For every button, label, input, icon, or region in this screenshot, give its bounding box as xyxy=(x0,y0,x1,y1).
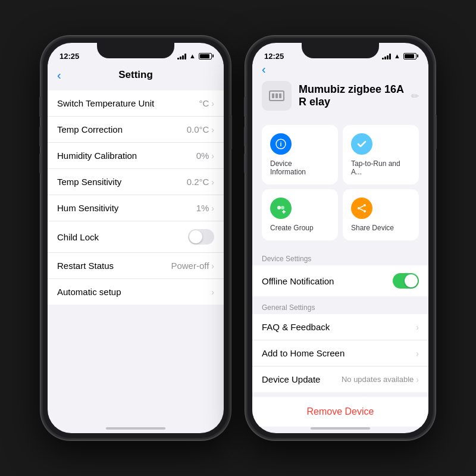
device-header: Mumubiz zigbee 16A R elay ✏ xyxy=(252,74,428,118)
svg-point-6 xyxy=(277,206,281,209)
tap-to-run-icon xyxy=(351,133,372,155)
phone1-screen: 12:25 ▲ ‹ Setting xyxy=(48,43,224,433)
svg-text:i: i xyxy=(280,140,281,148)
setting-value-7: › xyxy=(211,287,214,297)
phone2: 12:25 ▲ ‹ xyxy=(245,36,436,440)
setting-row-temp-sensitivity[interactable]: Temp Sensitivity 0.2°C › xyxy=(48,169,224,195)
status-icons: ▲ xyxy=(177,52,212,60)
remove-device-button[interactable]: Remove Device xyxy=(252,397,428,427)
status-icons-2: ▲ xyxy=(382,52,416,60)
device-icon xyxy=(262,81,292,111)
setting-label-1: Temp Correction xyxy=(57,124,123,134)
home-indicator xyxy=(106,427,165,430)
chevron-icon-7: › xyxy=(211,287,214,297)
svg-point-12 xyxy=(364,210,366,212)
child-lock-toggle[interactable] xyxy=(188,229,214,245)
svg-point-11 xyxy=(358,207,360,209)
device-info-icon: i xyxy=(270,133,292,155)
setting-row-hum-sensitivity[interactable]: Hum Sensitivity 1% › xyxy=(48,195,224,221)
phone2-screen: 12:25 ▲ ‹ xyxy=(252,43,428,433)
chevron-home: › xyxy=(416,349,419,358)
svg-rect-1 xyxy=(272,93,274,98)
action-label-3: Share Device xyxy=(351,224,394,232)
chevron-icon-3: › xyxy=(211,177,214,187)
wifi-icon-2: ▲ xyxy=(394,52,400,60)
signal-icon xyxy=(177,53,186,60)
svg-point-10 xyxy=(364,204,366,206)
action-grid: i Device Information Tap-to-Run and A... xyxy=(252,118,428,248)
update-value: No updates available › xyxy=(342,375,419,384)
action-device-info[interactable]: i Device Information xyxy=(262,125,338,184)
signal-icon-2 xyxy=(382,53,391,60)
wifi-icon: ▲ xyxy=(189,52,196,60)
device-settings-list: Offline Notification xyxy=(252,265,428,296)
faq-label: FAQ & Feedback xyxy=(262,322,330,332)
status-time: 12:25 xyxy=(60,52,79,61)
setting-row-faq[interactable]: FAQ & Feedback › xyxy=(252,314,428,340)
setting-row-switch-temp[interactable]: Switch Temperature Unit °C › xyxy=(48,90,224,117)
setting-row-restart-status[interactable]: Restart Status Power-off › xyxy=(48,253,224,279)
chevron-icon-4: › xyxy=(211,203,214,213)
action-label-2: Create Group xyxy=(270,224,314,232)
phone1: 12:25 ▲ ‹ Setting xyxy=(40,36,231,440)
setting-label-3: Temp Sensitivity xyxy=(57,177,121,187)
setting-label-6: Restart Status xyxy=(57,261,114,271)
chevron-icon-2: › xyxy=(211,151,214,161)
svg-rect-2 xyxy=(275,93,278,98)
notch xyxy=(97,43,174,58)
setting-label-5: Child Lock xyxy=(57,232,99,242)
svg-line-13 xyxy=(360,206,364,208)
general-settings-list: FAQ & Feedback › Add to Home Screen › De… xyxy=(252,314,428,392)
status-time-2: 12:25 xyxy=(264,52,284,61)
add-home-label: Add to Home Screen xyxy=(262,348,345,358)
offline-toggle[interactable] xyxy=(393,273,419,289)
setting-label-7: Automatic setup xyxy=(57,287,121,297)
chevron-update: › xyxy=(416,375,419,384)
device-scroll: Mumubiz zigbee 16A R elay ✏ i Device In xyxy=(252,74,428,433)
battery-icon xyxy=(199,53,212,60)
home-indicator-2 xyxy=(311,427,370,430)
setting-row-automatic-setup[interactable]: Automatic setup › xyxy=(48,279,224,305)
setting-label-0: Switch Temperature Unit xyxy=(57,98,154,108)
nav-bar: ‹ Setting xyxy=(48,64,224,86)
remove-device-text: Remove Device xyxy=(307,406,374,416)
setting-row-temp-correction[interactable]: Temp Correction 0.0°C › xyxy=(48,117,224,143)
setting-value-6: Power-off › xyxy=(171,261,214,271)
nav-bar-2: ‹ xyxy=(252,64,428,74)
page-title: Setting xyxy=(118,69,153,81)
setting-value-1: 0.0°C › xyxy=(187,124,214,134)
offline-label: Offline Notification xyxy=(262,276,334,286)
setting-label-4: Hum Sensitivity xyxy=(57,203,118,213)
setting-value-4: 1% › xyxy=(196,203,214,213)
edit-icon[interactable]: ✏ xyxy=(411,90,419,102)
svg-rect-3 xyxy=(279,93,281,98)
device-settings-header: Device Settings xyxy=(252,248,428,265)
add-home-value: › xyxy=(416,349,419,358)
chevron-icon-0: › xyxy=(211,99,214,108)
faq-value: › xyxy=(416,322,419,332)
action-label-1: Tap-to-Run and A... xyxy=(351,159,411,176)
notch2 xyxy=(302,43,379,58)
action-tap-to-run[interactable]: Tap-to-Run and A... xyxy=(343,125,419,184)
setting-row-humidity-cal[interactable]: Humidity Calibration 0% › xyxy=(48,143,224,169)
setting-value-0: °C › xyxy=(199,98,214,108)
general-settings-header: General Settings xyxy=(252,296,428,314)
setting-row-offline[interactable]: Offline Notification xyxy=(252,265,428,296)
device-name: Mumubiz zigbee 16A R elay xyxy=(299,83,404,108)
setting-row-child-lock[interactable]: Child Lock xyxy=(48,221,224,253)
settings-list: Switch Temperature Unit °C › Temp Correc… xyxy=(48,90,224,305)
svg-line-14 xyxy=(360,209,364,211)
back-button[interactable]: ‹ xyxy=(57,68,61,82)
setting-row-device-update[interactable]: Device Update No updates available › xyxy=(252,367,428,392)
chevron-icon-6: › xyxy=(211,261,214,271)
setting-label-2: Humidity Calibration xyxy=(57,151,137,161)
chevron-faq: › xyxy=(416,322,419,332)
setting-row-add-home[interactable]: Add to Home Screen › xyxy=(252,340,428,367)
action-share-device[interactable]: Share Device xyxy=(343,189,419,240)
create-group-icon xyxy=(270,198,292,219)
settings-scroll: Switch Temperature Unit °C › Temp Correc… xyxy=(48,86,224,433)
action-label-0: Device Information xyxy=(270,159,330,176)
action-create-group[interactable]: Create Group xyxy=(262,189,338,240)
svg-point-7 xyxy=(281,206,284,209)
update-label: Device Update xyxy=(262,374,320,384)
